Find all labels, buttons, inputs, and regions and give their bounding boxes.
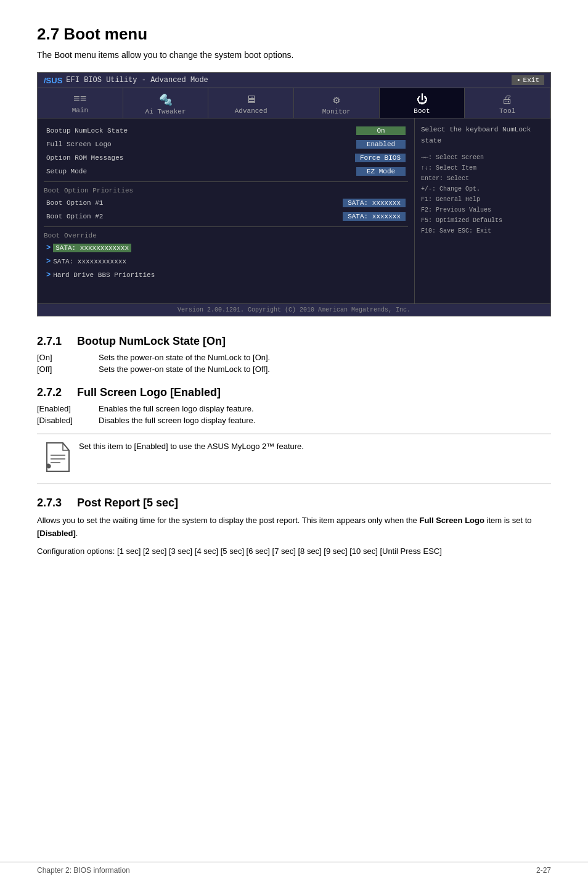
boot-icon: ⏻: [382, 93, 462, 106]
bios-content: Bootup NumLock State On Full Screen Logo…: [38, 118, 550, 303]
nav-ai-tweaker[interactable]: 🔩 Ai Tweaker: [123, 88, 209, 118]
section-273-body1: Allows you to set the waiting time for t…: [37, 514, 551, 540]
key-help-7: F5: Optimized Defaults: [421, 215, 544, 226]
nav-main[interactable]: ≡≡ Main: [38, 88, 123, 118]
key-help-6: F2: Previous Values: [421, 205, 544, 215]
bios-option-rom-value: Force BIOS: [355, 154, 406, 162]
bios-screenshot: /SUS EFI BIOS Utility - Advanced Mode ▪ …: [37, 72, 551, 316]
arrow-icon-3: >: [46, 271, 51, 279]
boot-option-2-value: SATA: xxxxxxx: [343, 212, 406, 221]
key-help-4: +/-: Change Opt.: [421, 184, 544, 194]
bios-fullscreen-value: Enabled: [356, 140, 406, 149]
note-icon: [46, 442, 70, 477]
section-273-body2: Configuration options: [1 sec] [2 sec] […: [37, 545, 551, 558]
def-term-off: [Off]: [37, 365, 99, 374]
section-273-heading: 2.7.3 Post Report [5 sec]: [37, 497, 551, 510]
boot-override-label: Boot Override: [44, 232, 408, 239]
bios-numlock-value: On: [356, 126, 406, 135]
bios-key-help: →←: Select Screen ↑↓: Select Item Enter:…: [421, 152, 544, 236]
bios-nav: ≡≡ Main 🔩 Ai Tweaker 🖥 Advanced ⚙ Monito…: [38, 88, 550, 118]
bios-exit-button[interactable]: ▪ Exit: [512, 75, 544, 85]
section-272-number: 2.7.2: [37, 386, 62, 398]
boot-override-2-label: SATA: xxxxxxxxxxxx: [53, 258, 126, 265]
def-term-on: [On]: [37, 353, 99, 362]
boot-option-1-label: Boot Option #1: [46, 199, 103, 207]
section-271-heading: 2.7.1 Bootup NumLock State [On]: [37, 335, 551, 348]
nav-monitor-label: Monitor: [322, 108, 351, 115]
tool-icon: 🖨: [467, 93, 547, 106]
key-help-3: Enter: Select: [421, 173, 544, 184]
exit-icon: ▪: [517, 76, 521, 84]
section-273-number: 2.7.3: [37, 497, 62, 509]
bios-fullscreen-item[interactable]: Full Screen Logo Enabled: [44, 138, 408, 151]
boot-override-1-label: SATA: xxxxxxxxxxxx: [53, 244, 131, 252]
bios-option-rom-label: Option ROM Messages: [46, 154, 123, 162]
section-271-title: Bootup NumLock State [On]: [77, 335, 226, 347]
nav-advanced[interactable]: 🖥 Advanced: [208, 88, 294, 118]
note-text: Set this item to [Enabled] to use the AS…: [79, 440, 304, 453]
nav-tool-label: Tool: [499, 107, 515, 115]
section-273-title: Post Report [5 sec]: [77, 497, 178, 509]
boot-priorities-label: Boot Option Priorities: [44, 187, 408, 194]
bios-main-panel: Bootup NumLock State On Full Screen Logo…: [38, 118, 415, 303]
note-box: Set this item to [Enabled] to use the AS…: [37, 434, 551, 484]
nav-tool[interactable]: 🖨 Tool: [465, 88, 550, 118]
nav-advanced-label: Advanced: [235, 107, 267, 115]
footer-left: Chapter 2: BIOS information: [37, 866, 130, 875]
bios-setup-mode-value: EZ Mode: [356, 167, 406, 176]
bios-numlock-item[interactable]: Bootup NumLock State On: [44, 125, 408, 137]
section-271-number: 2.7.1: [37, 335, 62, 347]
def-row-off: [Off] Sets the power-on state of the Num…: [37, 365, 551, 374]
key-help-8: F10: Save ESC: Exit: [421, 226, 544, 236]
def-row-on: [On] Sets the power-on state of the NumL…: [37, 353, 551, 362]
bios-option-rom-item[interactable]: Option ROM Messages Force BIOS: [44, 152, 408, 164]
bios-header: /SUS EFI BIOS Utility - Advanced Mode ▪ …: [38, 73, 550, 88]
section-272-heading: 2.7.2 Full Screen Logo [Enabled]: [37, 386, 551, 399]
arrow-icon-1: >: [46, 244, 51, 252]
page-subtitle: The Boot menu items allow you to change …: [37, 50, 551, 60]
def-term-enabled: [Enabled]: [37, 404, 99, 413]
divider-1: [44, 181, 408, 182]
page-footer: Chapter 2: BIOS information 2-27: [0, 862, 588, 875]
divider-2: [44, 226, 408, 227]
def-row-disabled: [Disabled] Disables the full screen logo…: [37, 416, 551, 425]
bios-fullscreen-label: Full Screen Logo: [46, 141, 112, 148]
main-icon: ≡≡: [40, 93, 120, 105]
def-desc-off: Sets the power-on state of the NumLock t…: [99, 365, 270, 374]
boot-option-2-item[interactable]: Boot Option #2 SATA: xxxxxxx: [44, 210, 408, 223]
def-row-enabled: [Enabled] Enables the full screen logo d…: [37, 404, 551, 413]
def-desc-enabled: Enables the full screen logo display fea…: [99, 404, 254, 413]
bios-sidebar: Select the keyboard NumLock state →←: Se…: [415, 118, 550, 303]
bios-help-text: Select the keyboard NumLock state: [421, 125, 544, 146]
boot-override-1[interactable]: > SATA: xxxxxxxxxxxx: [44, 242, 408, 254]
key-help-2: ↑↓: Select Item: [421, 163, 544, 173]
boot-option-1-item[interactable]: Boot Option #1 SATA: xxxxxxx: [44, 197, 408, 209]
section-271-defs: [On] Sets the power-on state of the NumL…: [37, 353, 551, 374]
nav-monitor[interactable]: ⚙ Monitor: [294, 88, 380, 118]
bios-header-left: /SUS EFI BIOS Utility - Advanced Mode: [44, 76, 208, 85]
boot-option-1-value: SATA: xxxxxxx: [343, 199, 406, 207]
page-title: 2.7 Boot menu: [37, 25, 551, 44]
advanced-icon: 🖥: [211, 93, 291, 106]
boot-override-3[interactable]: > Hard Drive BBS Priorities: [44, 269, 408, 281]
section-272-title: Full Screen Logo [Enabled]: [77, 386, 221, 398]
bios-header-title: EFI BIOS Utility - Advanced Mode: [66, 76, 208, 85]
footer-right: 2-27: [536, 866, 551, 875]
section-272-defs: [Enabled] Enables the full screen logo d…: [37, 404, 551, 425]
nav-boot[interactable]: ⏻ Boot: [380, 88, 465, 118]
bios-footer: Version 2.00.1201. Copyright (C) 2010 Am…: [38, 303, 550, 316]
bios-setup-mode-label: Setup Mode: [46, 168, 87, 175]
boot-override-2[interactable]: > SATA: xxxxxxxxxxxx: [44, 255, 408, 268]
asus-logo: /SUS: [44, 76, 62, 85]
bios-numlock-label: Bootup NumLock State: [46, 127, 128, 134]
arrow-icon-2: >: [46, 257, 51, 266]
exit-label: Exit: [523, 76, 539, 84]
nav-ai-tweaker-label: Ai Tweaker: [145, 108, 186, 115]
def-desc-disabled: Disables the full screen logo display fe…: [99, 416, 255, 425]
boot-option-2-label: Boot Option #2: [46, 213, 103, 220]
monitor-icon: ⚙: [296, 93, 377, 107]
boot-override-3-label: Hard Drive BBS Priorities: [53, 271, 155, 279]
def-term-disabled: [Disabled]: [37, 416, 99, 425]
bios-setup-mode-item[interactable]: Setup Mode EZ Mode: [44, 165, 408, 178]
key-help-5: F1: General Help: [421, 194, 544, 205]
